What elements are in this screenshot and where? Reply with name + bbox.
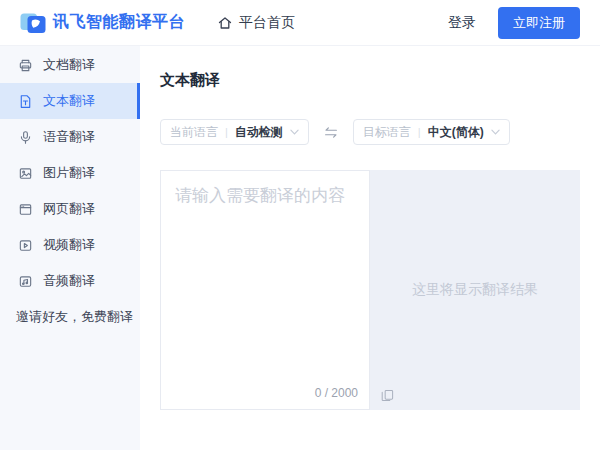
brand-logo[interactable]: 讯飞智能翻译平台 — [20, 10, 185, 36]
target-language-value: 中文(简体) — [428, 124, 484, 141]
selector-divider: | — [225, 126, 228, 138]
sidebar-item-label: 视频翻译 — [43, 236, 95, 254]
top-header: 讯飞智能翻译平台 平台首页 登录 立即注册 — [0, 0, 600, 46]
target-language-label: 目标语言 — [363, 124, 411, 141]
translation-input[interactable] — [161, 171, 369, 371]
source-language-select[interactable]: 当前语言 | 自动检测 — [160, 119, 309, 145]
target-language-select[interactable]: 目标语言 | 中文(简体) — [353, 119, 510, 145]
login-link[interactable]: 登录 — [448, 14, 476, 32]
sidebar-item-label: 图片翻译 — [43, 164, 95, 182]
home-icon — [217, 15, 233, 31]
webpage-icon — [18, 202, 33, 217]
logo-text: 讯飞智能翻译平台 — [53, 12, 185, 33]
chevron-down-icon — [491, 129, 500, 135]
sidebar-item-audio-translate[interactable]: 音频翻译 — [0, 263, 140, 299]
source-language-label: 当前语言 — [170, 124, 218, 141]
sidebar-item-video-translate[interactable]: 视频翻译 — [0, 227, 140, 263]
sidebar-item-label: 文本翻译 — [43, 92, 95, 110]
sidebar-item-webpage-translate[interactable]: 网页翻译 — [0, 191, 140, 227]
swap-languages-icon[interactable] — [322, 126, 340, 139]
chevron-down-icon — [290, 129, 299, 135]
voice-icon — [18, 130, 33, 145]
sidebar-item-label: 网页翻译 — [43, 200, 95, 218]
home-link-label: 平台首页 — [239, 14, 295, 32]
image-icon — [18, 166, 33, 181]
language-selector-row: 当前语言 | 自动检测 目标语言 | 中文(简体) — [160, 119, 580, 145]
text-file-icon — [18, 94, 33, 109]
translation-panels: 0 / 2000 这里将显示翻译结果 — [160, 170, 580, 410]
audio-icon — [18, 274, 33, 289]
header-actions: 登录 立即注册 — [448, 7, 580, 39]
sidebar-item-label: 语音翻译 — [43, 128, 95, 146]
sidebar-item-label: 音频翻译 — [43, 272, 95, 290]
char-counter: 0 / 2000 — [315, 386, 358, 400]
sidebar-item-image-translate[interactable]: 图片翻译 — [0, 155, 140, 191]
result-panel: 这里将显示翻译结果 — [370, 170, 580, 410]
copy-result-icon[interactable] — [381, 389, 394, 402]
document-icon — [18, 58, 33, 73]
selector-divider: | — [418, 126, 421, 138]
sidebar-item-label: 文档翻译 — [43, 56, 95, 74]
main-content: 文本翻译 当前语言 | 自动检测 目标语言 | 中文(简体) — [140, 46, 600, 450]
page-title: 文本翻译 — [160, 71, 580, 90]
video-icon — [18, 238, 33, 253]
sidebar-item-document-translate[interactable]: 文档翻译 — [0, 47, 140, 83]
source-language-value: 自动检测 — [235, 124, 283, 141]
invite-friends-link[interactable]: 邀请好友，免费翻译 — [0, 299, 140, 335]
logo-icon — [20, 10, 46, 36]
sidebar-item-voice-translate[interactable]: 语音翻译 — [0, 119, 140, 155]
source-text-panel: 0 / 2000 — [160, 170, 370, 410]
result-placeholder-text: 这里将显示翻译结果 — [412, 281, 538, 299]
sidebar-nav: 文档翻译 文本翻译 语音翻译 图片翻译 网页翻译 — [0, 46, 140, 450]
sidebar-item-text-translate[interactable]: 文本翻译 — [0, 83, 140, 119]
nav-platform-home[interactable]: 平台首页 — [217, 14, 295, 32]
register-button[interactable]: 立即注册 — [498, 7, 580, 39]
